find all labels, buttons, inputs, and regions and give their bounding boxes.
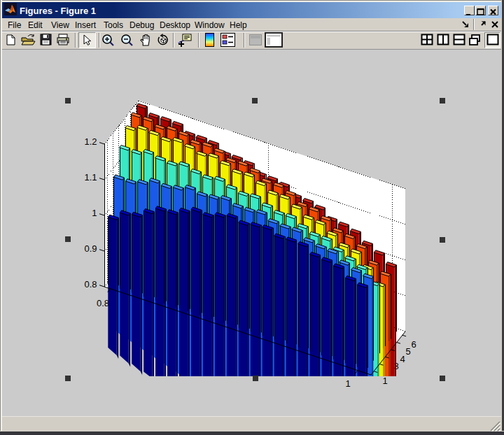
svg-text:4: 4: [400, 354, 405, 364]
svg-text:1.1: 1.1: [84, 172, 97, 183]
svg-text:0.8: 0.8: [97, 298, 109, 308]
svg-text:5: 5: [405, 346, 410, 357]
svg-text:6: 6: [411, 339, 416, 350]
svg-text:0.9: 0.9: [84, 243, 97, 254]
svg-text:1: 1: [382, 376, 387, 386]
svg-text:0.8: 0.8: [84, 279, 97, 290]
svg-text:1: 1: [345, 378, 350, 389]
svg-text:1.2: 1.2: [84, 136, 97, 147]
svg-text:1: 1: [92, 208, 97, 218]
